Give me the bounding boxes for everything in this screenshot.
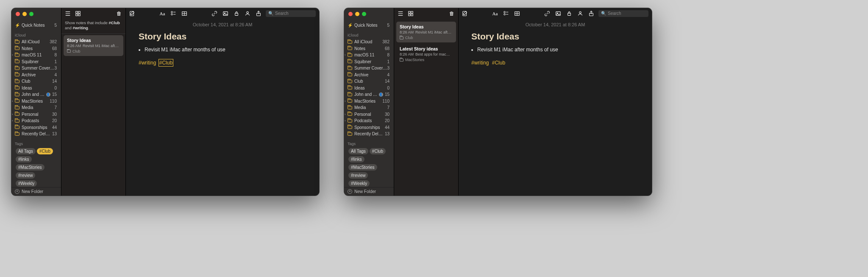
disclosure-icon[interactable]: › xyxy=(345,112,346,116)
close-window-button[interactable] xyxy=(348,12,353,16)
tag-pill[interactable]: #Club xyxy=(37,148,53,154)
doc-body: Revisit M1 iMac after months of use #wri… xyxy=(139,46,306,67)
lock-icon[interactable] xyxy=(234,11,239,17)
sidebar-folder-item[interactable]: Archive4 xyxy=(346,72,392,78)
note-list-item[interactable]: Story Ideas8:26 AMRevisit M1 iMac after … xyxy=(64,35,123,56)
sidebar-folder-item[interactable]: ›MacStories110 xyxy=(13,98,59,105)
disclosure-icon[interactable]: › xyxy=(12,112,13,116)
list-view-icon[interactable] xyxy=(65,11,71,17)
tag-pill[interactable]: All Tags xyxy=(16,148,36,154)
sidebar-folder-item[interactable]: Archive4 xyxy=(13,72,59,78)
tag-writing[interactable]: #writing xyxy=(471,60,489,66)
sidebar-folder-item[interactable]: Club14 xyxy=(13,78,59,85)
checklist-icon[interactable] xyxy=(503,11,509,17)
minimize-window-button[interactable] xyxy=(355,12,359,16)
search-field[interactable]: 🔍 Search xyxy=(598,10,648,17)
new-folder-label: New Folder xyxy=(22,189,43,194)
tag-pill[interactable]: All Tags xyxy=(348,148,368,154)
doc-date: October 14, 2021 at 8:26 AM xyxy=(139,22,306,27)
sidebar-folder-item[interactable]: Media7 xyxy=(346,104,392,111)
sidebar-folder-item[interactable]: All iCloud382 xyxy=(346,39,392,45)
lock-icon[interactable] xyxy=(566,11,572,17)
sidebar-folder-item[interactable]: Summer Coverage…3 xyxy=(13,65,59,72)
link-icon[interactable] xyxy=(211,11,217,17)
link-icon[interactable] xyxy=(544,11,550,17)
search-field[interactable]: 🔍 Search xyxy=(266,10,316,17)
sidebar-quick-notes[interactable]: Quick Notes 5 xyxy=(346,21,392,29)
media-icon[interactable] xyxy=(555,11,561,17)
window-traffic-lights xyxy=(344,8,394,19)
sidebar-folder-item[interactable]: Recently Deleted13 xyxy=(13,131,59,137)
disclosure-icon[interactable]: › xyxy=(345,53,346,57)
checklist-icon[interactable] xyxy=(170,11,176,17)
sidebar-folder-item[interactable]: Recently Deleted13 xyxy=(346,131,392,137)
tag-pill[interactable]: #Weekly xyxy=(16,180,37,187)
sidebar-folder-item[interactable]: Squibner1 xyxy=(346,59,392,65)
sidebar-quick-notes[interactable]: Quick Notes 5 xyxy=(13,21,59,29)
tag-pill[interactable]: #links xyxy=(348,156,364,162)
sidebar-folder-item[interactable]: Notes68 xyxy=(346,45,392,52)
sidebar-folder-item[interactable]: John and Ticci👤15 xyxy=(346,91,392,98)
sidebar-folder-item[interactable]: Sponsorships44 xyxy=(346,124,392,131)
media-icon[interactable] xyxy=(223,11,228,17)
disclosure-icon[interactable]: › xyxy=(12,119,13,123)
folder-count: 4 xyxy=(54,73,58,77)
sidebar-folder-item[interactable]: ›macOS 118 xyxy=(346,52,392,59)
sidebar-folder-item[interactable]: ›Personal30 xyxy=(346,111,392,118)
tag-club[interactable]: #Club xyxy=(159,60,172,66)
sidebar-folder-item[interactable]: Notes68 xyxy=(13,45,59,52)
note-list-item[interactable]: Latest Story ideas8:26 AMBest apps for m… xyxy=(396,44,456,64)
tag-pill[interactable]: #MacStories xyxy=(348,164,377,171)
sidebar-folder-item[interactable]: Squibner1 xyxy=(13,59,59,65)
sidebar-folder-item[interactable]: Summer Coverage…3 xyxy=(346,65,392,72)
tag-club[interactable]: #Club xyxy=(492,60,505,66)
collaborate-icon[interactable] xyxy=(245,11,250,17)
note-list-item[interactable]: Story Ideas8:26 AMRevisit M1 iMac after … xyxy=(396,22,456,42)
sidebar-folder-item[interactable]: Media7 xyxy=(13,104,59,111)
tag-pill[interactable]: #links xyxy=(16,156,32,162)
sidebar-folder-item[interactable]: Sponsorships44 xyxy=(13,124,59,131)
tag-pill[interactable]: #review xyxy=(348,172,368,179)
sidebar-folder-item[interactable]: ›Personal30 xyxy=(13,111,59,118)
tag-pill[interactable]: #Weekly xyxy=(348,180,370,187)
disclosure-icon[interactable]: › xyxy=(345,99,346,103)
format-icon[interactable]: Aa xyxy=(492,11,498,17)
sidebar-folder-item[interactable]: ›macOS 118 xyxy=(13,52,59,59)
sidebar-folder-item[interactable]: ›Podcasts20 xyxy=(13,118,59,124)
share-icon[interactable] xyxy=(588,11,594,17)
minimize-window-button[interactable] xyxy=(22,12,27,16)
compose-icon[interactable] xyxy=(129,11,135,17)
grid-view-icon[interactable] xyxy=(75,11,81,17)
close-window-button[interactable] xyxy=(16,12,20,16)
trash-icon[interactable] xyxy=(449,11,455,17)
new-folder-button[interactable]: + New Folder xyxy=(344,187,394,196)
table-icon[interactable] xyxy=(514,11,520,17)
zoom-window-button[interactable] xyxy=(362,12,366,16)
sidebar-folder-item[interactable]: All iCloud382 xyxy=(13,39,59,45)
disclosure-icon[interactable]: › xyxy=(345,119,346,123)
editor-body[interactable]: October 14, 2021 at 8:26 AM Story Ideas … xyxy=(459,19,652,196)
list-view-icon[interactable] xyxy=(398,11,403,17)
sidebar-folder-item[interactable]: John and Ticci👤15 xyxy=(13,91,59,98)
share-icon[interactable] xyxy=(256,11,262,17)
disclosure-icon[interactable]: › xyxy=(12,53,13,57)
disclosure-icon[interactable]: › xyxy=(12,99,13,103)
format-icon[interactable]: Aa xyxy=(159,11,165,17)
tag-pill[interactable]: #Club xyxy=(370,148,386,154)
sidebar-folder-item[interactable]: ›MacStories110 xyxy=(346,98,392,105)
sidebar-folder-item[interactable]: Club14 xyxy=(346,78,392,85)
table-icon[interactable] xyxy=(181,11,187,17)
editor-body[interactable]: October 14, 2021 at 8:26 AM Story Ideas … xyxy=(126,19,319,196)
compose-icon[interactable] xyxy=(462,11,468,17)
tag-pill[interactable]: #MacStories xyxy=(16,164,45,171)
zoom-window-button[interactable] xyxy=(29,12,33,16)
tag-pill[interactable]: #review xyxy=(16,172,35,179)
sidebar-folder-item[interactable]: ›Podcasts20 xyxy=(346,118,392,124)
sidebar-folder-item[interactable]: Ideas0 xyxy=(346,85,392,92)
sidebar-folder-item[interactable]: Ideas0 xyxy=(13,85,59,92)
new-folder-button[interactable]: + New Folder xyxy=(11,187,61,196)
grid-view-icon[interactable] xyxy=(408,11,414,17)
trash-icon[interactable] xyxy=(116,11,122,17)
tag-writing[interactable]: #writing xyxy=(139,60,156,66)
collaborate-icon[interactable] xyxy=(577,11,583,17)
